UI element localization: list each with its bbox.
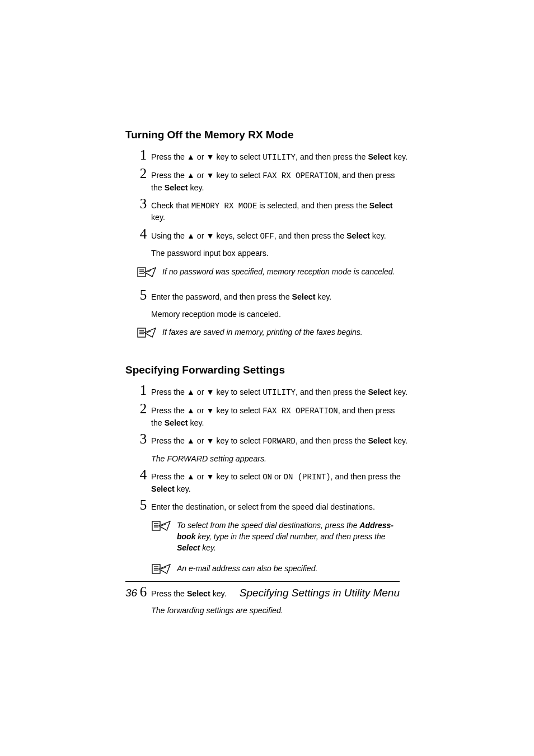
step-1-1: 1 Press the ▲ or ▼ key to select UTILITY… xyxy=(137,148,408,163)
footer-title: Specifying Settings in Utility Menu xyxy=(240,587,400,599)
section-heading-turning-off: Turning Off the Memory RX Mode xyxy=(125,129,408,141)
step-text: Press the ▲ or ▼ key to select FAX RX OP… xyxy=(150,402,408,428)
step-number: 3 xyxy=(137,432,150,446)
step-number: 4 xyxy=(137,227,150,241)
note-icon xyxy=(137,265,159,280)
step-text: Press the ▲ or ▼ key to select FAX RX OP… xyxy=(150,166,408,193)
step-2-1: 1 Press the ▲ or ▼ key to select UTILITY… xyxy=(137,383,408,398)
step-number: 2 xyxy=(137,166,150,180)
step-2-3: 3 Press the ▲ or ▼ key to select FORWARD… xyxy=(137,432,408,464)
step-number: 4 xyxy=(137,468,150,482)
note-text: An e-mail address can also be specified. xyxy=(174,562,408,574)
step-1-3: 3 Check that MEMORY RX MODE is selected,… xyxy=(137,197,408,223)
step-text: Press the ▲ or ▼ key to select FORWARD, … xyxy=(150,432,408,464)
note-speed-dial: To select from the speed dial destinatio… xyxy=(151,519,408,554)
page-footer: 36 Specifying Settings in Utility Menu xyxy=(125,587,400,599)
note-icon xyxy=(151,519,174,534)
step-1-2: 2 Press the ▲ or ▼ key to select FAX RX … xyxy=(137,166,408,193)
note-icon xyxy=(137,325,159,340)
note-text: If no password was specified, memory rec… xyxy=(159,265,408,277)
note-icon xyxy=(151,562,174,577)
step-2-5: 5 Enter the destination, or select from … xyxy=(137,498,408,513)
step-1-5: 5 Enter the password, and then press the… xyxy=(137,288,408,320)
section-heading-forwarding: Specifying Forwarding Settings xyxy=(125,364,408,376)
step-number: 2 xyxy=(137,402,150,416)
step-text: Using the ▲ or ▼ keys, select OFF, and t… xyxy=(150,227,408,259)
step-text: Enter the destination, or select from th… xyxy=(150,498,408,513)
step-number: 1 xyxy=(137,148,150,162)
note-faxes-saved: If faxes are saved in memory, printing o… xyxy=(137,325,408,340)
page-number: 36 xyxy=(125,587,137,599)
step-2-4: 4 Press the ▲ or ▼ key to select ON or O… xyxy=(137,468,408,494)
step-1-4: 4 Using the ▲ or ▼ keys, select OFF, and… xyxy=(137,227,408,259)
step-number: 5 xyxy=(137,498,150,512)
footer-rule xyxy=(125,581,400,582)
note-no-password: If no password was specified, memory rec… xyxy=(137,265,408,280)
step-text: Press the ▲ or ▼ key to select UTILITY, … xyxy=(150,148,408,163)
note-email-address: An e-mail address can also be specified. xyxy=(151,562,408,577)
note-text: If faxes are saved in memory, printing o… xyxy=(159,325,408,338)
step-number: 1 xyxy=(137,383,150,397)
step-text: Enter the password, and then press the S… xyxy=(150,288,408,320)
step-text: Press the ▲ or ▼ key to select UTILITY, … xyxy=(150,383,408,398)
step-number: 5 xyxy=(137,288,150,302)
step-2-2: 2 Press the ▲ or ▼ key to select FAX RX … xyxy=(137,402,408,428)
step-number: 3 xyxy=(137,197,150,211)
step-text: Press the ▲ or ▼ key to select ON or ON … xyxy=(150,468,408,494)
step-text: Check that MEMORY RX MODE is selected, a… xyxy=(150,197,408,223)
note-text: To select from the speed dial destinatio… xyxy=(174,519,408,554)
